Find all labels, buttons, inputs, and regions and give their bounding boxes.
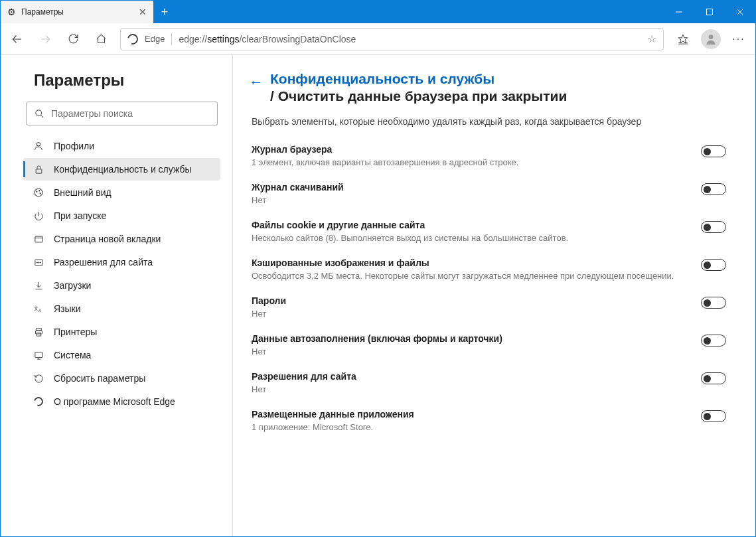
gear-icon: ⚙ — [7, 7, 16, 17]
sidebar-item-permissions[interactable]: Разрешения для сайта — [23, 251, 220, 273]
svg-point-25 — [40, 262, 40, 262]
option-download-history: Журнал скачиванийНет — [249, 182, 726, 205]
tab-title: Параметры — [21, 7, 64, 17]
svg-rect-33 — [35, 352, 42, 357]
close-window-button[interactable] — [725, 1, 755, 23]
reset-icon — [33, 374, 44, 384]
forward-button[interactable] — [33, 27, 58, 52]
maximize-button[interactable] — [694, 1, 725, 23]
svg-text:A: A — [38, 309, 41, 313]
titlebar: ⚙ Параметры ✕ + — [1, 1, 755, 23]
sidebar-item-system[interactable]: Система — [23, 344, 220, 366]
refresh-button[interactable] — [60, 27, 86, 52]
svg-rect-1 — [707, 9, 713, 15]
browser-tab[interactable]: ⚙ Параметры ✕ — [1, 1, 153, 23]
window-icon — [33, 234, 44, 244]
favorite-icon[interactable]: ☆ — [647, 33, 656, 45]
sidebar-item-printers[interactable]: Принтеры — [23, 321, 220, 343]
sidebar: Параметры Профили Конфиденциальность и с… — [1, 55, 233, 536]
option-passwords: ПаролиНет — [249, 295, 726, 319]
printer-icon — [33, 327, 44, 337]
profile-icon — [33, 141, 44, 151]
settings-search[interactable] — [26, 102, 218, 125]
option-app-data: Размещенные данные приложения1 приложени… — [249, 409, 726, 432]
close-tab-icon[interactable]: ✕ — [139, 7, 147, 17]
toggle-download-history[interactable] — [701, 183, 726, 195]
svg-point-23 — [37, 262, 37, 262]
sidebar-item-profiles[interactable]: Профили — [23, 135, 220, 157]
address-label: Edge — [145, 34, 165, 44]
svg-text:文: 文 — [34, 305, 38, 311]
svg-point-15 — [35, 189, 42, 196]
heading-category: Конфиденциальность и службы — [270, 71, 567, 87]
toggle-cached[interactable] — [701, 259, 726, 271]
sidebar-title: Параметры — [23, 71, 220, 90]
toggle-app-data[interactable] — [701, 410, 726, 422]
toggle-autofill[interactable] — [701, 335, 726, 346]
sidebar-item-languages[interactable]: 文AЯзыки — [23, 297, 220, 320]
main-panel: ← Конфиденциальность и службы / Очистить… — [233, 55, 755, 536]
sidebar-item-newtab[interactable]: Страница новой вкладки — [23, 228, 220, 250]
search-input[interactable] — [51, 108, 209, 119]
minimize-button[interactable] — [664, 1, 694, 23]
svg-line-12 — [40, 115, 43, 117]
permissions-icon — [33, 258, 44, 268]
toggle-site-permissions[interactable] — [701, 372, 726, 384]
sidebar-item-reset[interactable]: Сбросить параметры — [23, 367, 220, 390]
svg-point-11 — [36, 110, 42, 115]
svg-point-18 — [40, 193, 40, 194]
svg-point-17 — [39, 191, 40, 191]
system-icon — [33, 350, 44, 360]
profile-button[interactable] — [698, 27, 723, 52]
toggle-browsing-history[interactable] — [701, 145, 726, 157]
palette-icon — [33, 187, 44, 198]
svg-point-10 — [709, 35, 714, 39]
edge-logo-icon — [33, 397, 44, 406]
svg-point-13 — [37, 143, 40, 146]
option-cached: Кэшированные изображения и файлыОсвободи… — [249, 258, 726, 281]
svg-marker-6 — [678, 35, 688, 43]
page-description: Выбрать элементы, которые необходимо уда… — [252, 116, 726, 127]
sidebar-item-privacy[interactable]: Конфиденциальность и службы — [23, 158, 220, 181]
toggle-cookies[interactable] — [701, 221, 726, 233]
search-icon — [35, 109, 44, 119]
download-icon — [33, 281, 44, 291]
svg-rect-32 — [37, 333, 40, 335]
option-autofill: Данные автозаполнения (включая формы и к… — [249, 333, 726, 356]
option-cookies: Файлы cookie и другие данные сайтаНескол… — [249, 220, 726, 243]
toggle-passwords[interactable] — [701, 297, 726, 309]
language-icon: 文A — [33, 303, 44, 314]
heading-page: / Очистить данные браузера при закрытии — [270, 88, 567, 104]
toolbar: Edge edge://settings/clearBrowsingDataOn… — [1, 23, 755, 55]
option-browsing-history: Журнал браузера1 элемент, включая вариан… — [249, 144, 726, 167]
svg-point-16 — [37, 191, 37, 192]
favorites-button[interactable] — [670, 27, 696, 52]
edge-icon — [125, 32, 140, 46]
power-icon — [33, 211, 44, 221]
option-site-permissions: Разрешения для сайтаНет — [249, 371, 726, 394]
back-button[interactable] — [5, 27, 30, 52]
address-bar[interactable]: Edge edge://settings/clearBrowsingDataOn… — [120, 28, 664, 50]
lock-icon — [33, 165, 44, 175]
separator — [171, 33, 172, 45]
svg-rect-20 — [35, 236, 42, 242]
home-button[interactable] — [88, 27, 113, 52]
address-text: edge://settings/clearBrowsingDataOnClose — [179, 34, 356, 44]
menu-button[interactable]: ··· — [726, 27, 751, 52]
sidebar-item-about[interactable]: О программе Microsoft Edge — [23, 390, 220, 413]
svg-rect-14 — [36, 169, 42, 173]
back-arrow-icon[interactable]: ← — [249, 71, 264, 91]
sidebar-item-startup[interactable]: При запуске — [23, 204, 220, 227]
svg-point-24 — [38, 262, 38, 262]
sidebar-item-appearance[interactable]: Внешний вид — [23, 181, 220, 204]
new-tab-button[interactable]: + — [153, 1, 176, 23]
sidebar-item-downloads[interactable]: Загрузки — [23, 274, 220, 297]
